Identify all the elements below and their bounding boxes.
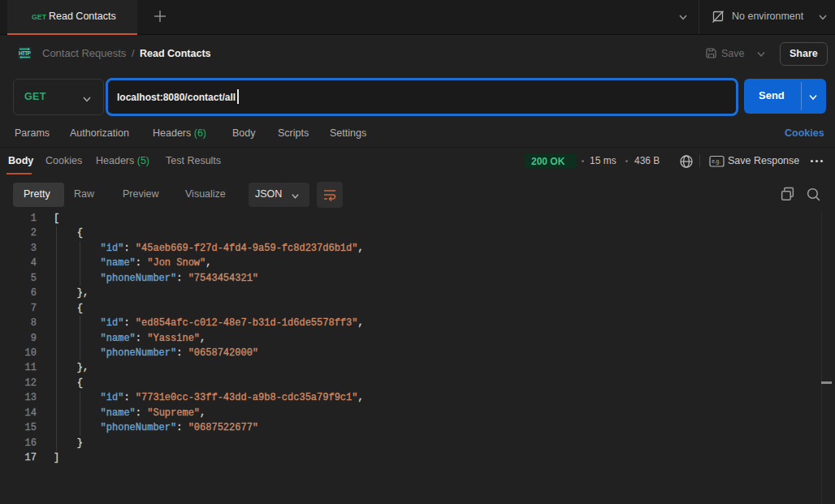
svg-text:e.g.: e.g. [712, 158, 720, 165]
svg-text:HTTP: HTTP [19, 50, 32, 56]
